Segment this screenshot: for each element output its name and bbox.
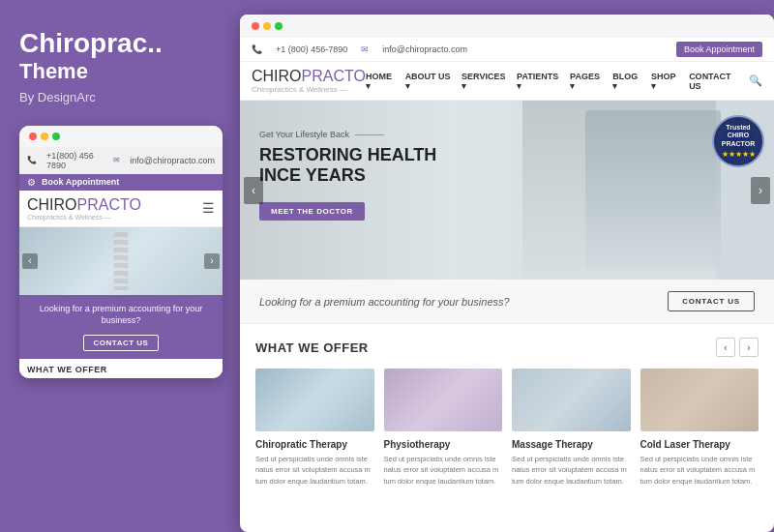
desktop-email-icon: ✉ (361, 44, 369, 54)
mobile-logo-practo: PRACTO (77, 196, 141, 213)
nav-about[interactable]: ABOUT US ▾ (405, 72, 452, 91)
service-card-img-3 (512, 369, 631, 431)
what-offer-nav: ‹ › (716, 338, 759, 357)
service-card-1: Chiropratic Therapy Sed ut perspiciatis … (255, 369, 374, 487)
trusted-badge: TrustedCHIROPRACTOR ★★★★★ (712, 115, 764, 167)
service-cards: Chiropratic Therapy Sed ut perspiciatis … (255, 369, 759, 487)
search-icon[interactable]: 🔍 (749, 74, 762, 87)
phone-icon: 📞 (27, 156, 37, 164)
what-offer-prev-btn[interactable]: ‹ (716, 338, 735, 357)
desktop-dot-green (275, 22, 283, 30)
desktop-logo: CHIROPRACTO Chiropractics & Wellness — (252, 68, 366, 94)
mobile-email: info@chiropracto.com (130, 156, 215, 165)
what-offer-header: WHAT WE OFFER ‹ › (255, 338, 759, 357)
hero-content: Get Your Lifestyle Back RESTORING HEALTH… (259, 130, 436, 221)
desktop-logo-practo: PRACTO (302, 68, 366, 84)
nav-services[interactable]: SERVICES ▾ (461, 72, 507, 91)
theme-title: Chiroprac.. (19, 29, 163, 59)
what-we-offer-section: WHAT WE OFFER ‹ › Chiropratic Therapy Se… (240, 324, 774, 496)
nav-shop[interactable]: SHOP ▾ (651, 72, 679, 91)
desktop-logo-chiro: CHIRO (252, 68, 302, 84)
desktop-dot-red (252, 22, 259, 30)
desktop-logo-brand: CHIROPRACTO (252, 68, 366, 85)
desktop-nav: CHIROPRACTO Chiropractics & Wellness — H… (240, 62, 774, 101)
mobile-top-bar (19, 126, 223, 147)
mobile-info-bar: 📞 +1(800) 456 7890 ✉ info@chiropracto.co… (19, 147, 223, 174)
desktop-book-btn[interactable]: Book Appointment (676, 42, 762, 57)
hero-tagline-line (355, 134, 384, 135)
dot-yellow (41, 133, 48, 140)
service-card-title-4: Cold Laser Therapy (640, 439, 759, 450)
nav-patients[interactable]: PATIENTS ▾ (517, 72, 560, 91)
what-offer-next-btn[interactable]: › (739, 338, 759, 357)
desktop-nav-links: HOME ▾ ABOUT US ▾ SERVICES ▾ PATIENTS ▾ … (366, 72, 762, 91)
service-card-title-3: Massage Therapy (512, 439, 631, 450)
hero-tagline: Get Your Lifestyle Back (259, 130, 436, 139)
desktop-logo-sub: Chiropractics & Wellness — (252, 85, 366, 94)
dot-green (52, 133, 60, 140)
nav-blog[interactable]: BLOG ▾ (612, 72, 641, 91)
slider-next-arrow[interactable]: › (204, 253, 220, 269)
service-card-text-1: Sed ut perspiciatis unde omnis iste natu… (255, 454, 374, 487)
desktop-promo-bar: Looking for a premium accounting for you… (240, 280, 774, 324)
dot-red (29, 133, 37, 140)
mobile-what-offer-title: WHAT WE OFFER (27, 365, 215, 374)
mobile-phone: +1(800) 456 7890 (46, 151, 104, 170)
nav-contact[interactable]: CONTACT US (689, 72, 739, 91)
desktop-hero: Get Your Lifestyle Back RESTORING HEALTH… (240, 101, 774, 280)
meet-doctor-btn[interactable]: MEET THE DOCTOR (259, 202, 365, 221)
theme-author: By DesignArc (19, 90, 96, 104)
service-card-title-1: Chiropratic Therapy (255, 439, 374, 450)
desktop-dot-yellow (263, 22, 271, 30)
desktop-top-bar (240, 15, 774, 38)
desktop-mockup: 📞 +1 (800) 456-7890 ✉ info@chiropracto.c… (240, 15, 774, 532)
desktop-contact-btn[interactable]: CONTACT US (668, 291, 755, 311)
slider-prev-arrow[interactable]: ‹ (22, 253, 38, 269)
mobile-what-offer: WHAT WE OFFER (19, 359, 223, 378)
mobile-book-bar: ⚙ Book Appointment (19, 174, 223, 191)
hero-silhouette (585, 110, 721, 270)
hamburger-icon[interactable]: ☰ (202, 200, 215, 216)
mobile-promo-text: Looking for a premium accounting for you… (27, 303, 215, 327)
email-icon: ✉ (113, 156, 120, 164)
desktop-promo-text: Looking for a premium accounting for you… (259, 296, 510, 308)
spine-shape (114, 232, 129, 290)
mobile-nav: CHIROPRACTO Chiropractics & Wellness — ☰ (19, 191, 223, 227)
service-card-title-2: Physiotherapy (384, 439, 503, 450)
badge-text: TrustedCHIROPRACTOR (722, 124, 755, 148)
nav-home[interactable]: HOME ▾ (366, 72, 396, 91)
mobile-logo-sub: Chiropractics & Wellness — (27, 214, 141, 221)
badge-stars: ★★★★★ (722, 150, 756, 159)
service-card-img-2 (384, 369, 503, 431)
mobile-mockup: 📞 +1(800) 456 7890 ✉ info@chiropracto.co… (19, 126, 223, 378)
hero-heading: RESTORING HEALTH INCE YEARS (259, 145, 436, 185)
nav-pages[interactable]: PAGES ▾ (570, 72, 603, 91)
theme-subtitle: Theme (19, 59, 88, 84)
desktop-phone-icon: 📞 (252, 44, 262, 54)
desktop-phone: +1 (800) 456-7890 (276, 44, 347, 54)
what-offer-title: WHAT WE OFFER (255, 340, 369, 355)
desktop-email: info@chiropracto.com (382, 44, 467, 54)
service-card-3: Massage Therapy Sed ut perspiciatis unde… (512, 369, 631, 487)
service-card-text-3: Sed ut perspiciatis unde omnis iste natu… (512, 454, 631, 487)
desktop-header-bar: 📞 +1 (800) 456-7890 ✉ info@chiropracto.c… (240, 38, 774, 62)
mobile-book-btn[interactable]: Book Appointment (42, 177, 119, 187)
service-card-img-4 (640, 369, 759, 431)
hero-next-arrow[interactable]: › (751, 177, 770, 204)
service-card-2: Physiotherapy Sed ut perspiciatis unde o… (384, 369, 503, 487)
mobile-slider: ‹ › (19, 227, 223, 295)
mobile-slider-inner (19, 227, 223, 295)
service-card-text-2: Sed ut perspiciatis unde omnis iste natu… (384, 454, 503, 487)
desktop-header-left: 📞 +1 (800) 456-7890 ✉ info@chiropracto.c… (252, 44, 467, 54)
service-card-text-4: Sed ut perspiciatis unde omnis iste natu… (640, 454, 759, 487)
mobile-contact-btn[interactable]: CONTACT US (83, 335, 160, 351)
hero-prev-arrow[interactable]: ‹ (244, 177, 263, 204)
mobile-logo: CHIROPRACTO Chiropractics & Wellness — (27, 196, 141, 221)
mobile-promo-bar: Looking for a premium accounting for you… (19, 295, 223, 359)
service-card-4: Cold Laser Therapy Sed ut perspiciatis u… (640, 369, 759, 487)
mobile-logo-chiro: CHIRO (27, 196, 77, 213)
theme-info-panel: Chiroprac.. Theme By DesignArc 📞 +1(800)… (0, 0, 240, 532)
desktop-dots (252, 22, 283, 30)
gear-icon: ⚙ (27, 177, 36, 188)
service-card-img-1 (255, 369, 374, 431)
